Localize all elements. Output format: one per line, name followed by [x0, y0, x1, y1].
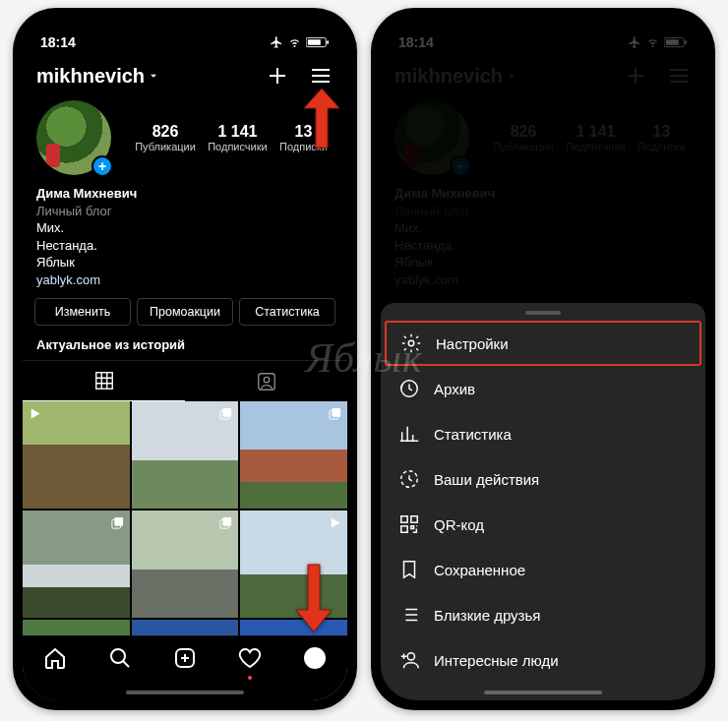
promotions-button[interactable]: Промоакции: [137, 298, 233, 326]
carousel-icon: [218, 406, 233, 421]
home-indicator: [126, 691, 244, 694]
menu-label: Статистика: [434, 426, 512, 443]
phone-right: 18:14 mikhnevich: [371, 8, 715, 710]
post-tile[interactable]: [132, 511, 239, 618]
video-icon: [328, 515, 342, 530]
chart-icon: [398, 423, 420, 445]
svg-rect-10: [114, 517, 123, 526]
sheet-grab-handle[interactable]: [525, 311, 561, 315]
svg-point-16: [304, 647, 326, 669]
status-time: 18:14: [40, 34, 76, 50]
stat-posts[interactable]: 826 Публикации: [135, 123, 196, 152]
nav-profile[interactable]: [303, 646, 327, 674]
menu-item-activity[interactable]: Ваши действия: [381, 456, 705, 502]
video-icon: [28, 406, 42, 421]
highlights-title[interactable]: Актуальное из историй: [23, 335, 347, 360]
insights-button[interactable]: Статистика: [239, 298, 335, 326]
menu-item-settings[interactable]: Настройки: [385, 321, 701, 366]
tagged-icon: [256, 371, 277, 392]
archive-icon: [398, 378, 420, 399]
menu-label: Архив: [434, 381, 475, 397]
profile-tabs: [23, 360, 347, 401]
svg-point-28: [407, 653, 414, 660]
carousel-icon: [328, 406, 342, 421]
gear-icon: [400, 332, 422, 354]
annotation-arrow: [282, 89, 341, 167]
svg-rect-8: [332, 408, 340, 417]
heart-icon: [238, 646, 262, 670]
menu-item-discover[interactable]: Интересные люди: [381, 637, 705, 683]
post-tile[interactable]: [23, 511, 130, 618]
post-tile[interactable]: [240, 401, 347, 509]
battery-icon: [306, 36, 330, 48]
plus-icon: [266, 64, 289, 88]
username-dropdown[interactable]: mikhnevich: [36, 65, 160, 88]
notification-dot: [248, 676, 252, 680]
bottom-nav: [23, 635, 347, 700]
svg-rect-27: [401, 526, 407, 532]
menu-item-qr[interactable]: QR-код: [381, 502, 705, 547]
svg-rect-2: [327, 40, 329, 44]
notch: [106, 18, 264, 41]
bio-line: Яблык: [36, 254, 334, 271]
nav-activity[interactable]: [238, 646, 262, 674]
svg-rect-25: [401, 516, 407, 522]
menu-item-saved[interactable]: Сохраненное: [381, 547, 705, 592]
svg-rect-4: [258, 374, 274, 391]
grid-icon: [93, 370, 115, 391]
svg-rect-6: [223, 408, 232, 417]
carousel-icon: [218, 515, 233, 530]
tab-grid[interactable]: [23, 361, 185, 401]
nav-home[interactable]: [43, 646, 67, 674]
bio-link[interactable]: yablyk.com: [36, 271, 334, 289]
post-tile[interactable]: [23, 401, 130, 509]
svg-point-5: [264, 377, 270, 383]
bio-category: Личный блог: [36, 203, 334, 220]
nav-create[interactable]: [173, 646, 197, 674]
menu-item-insights[interactable]: Статистика: [381, 411, 705, 456]
home-icon: [43, 646, 67, 670]
post-tile[interactable]: [132, 401, 239, 509]
annotation-arrow: [274, 553, 334, 631]
nav-search[interactable]: [108, 646, 132, 674]
phone-left: 18:14 mikhnevich: [13, 8, 357, 710]
svg-rect-3: [95, 373, 112, 390]
bio-line: Нестанда.: [36, 237, 334, 255]
create-button[interactable]: [265, 63, 290, 89]
svg-rect-12: [223, 517, 232, 526]
svg-marker-17: [304, 89, 339, 148]
bio: Дима Михневич Личный блог Мих. Нестанда.…: [23, 177, 347, 298]
airplane-icon: [270, 35, 283, 49]
menu-label: Настройки: [436, 335, 509, 352]
notch: [464, 18, 622, 41]
hamburger-icon: [309, 64, 333, 88]
status-icons: [270, 35, 330, 49]
profile-icon: [303, 646, 327, 670]
chevron-down-icon: [147, 69, 160, 83]
menu-label: Ваши действия: [434, 471, 539, 488]
tab-tagged[interactable]: [185, 361, 347, 401]
carousel-icon: [110, 515, 125, 530]
svg-point-14: [111, 649, 125, 663]
svg-marker-18: [296, 565, 332, 631]
svg-rect-26: [411, 516, 417, 522]
add-story-icon[interactable]: +: [91, 155, 113, 177]
menu-item-close-friends[interactable]: Близкие друзья: [381, 592, 705, 637]
menu-label: Интересные люди: [434, 652, 559, 669]
plus-square-icon: [173, 646, 197, 670]
bio-line: Мих.: [36, 219, 334, 237]
bookmark-icon: [398, 559, 420, 580]
activity-icon: [398, 468, 420, 490]
list-icon: [398, 604, 420, 626]
search-icon: [108, 646, 132, 670]
wifi-icon: [287, 36, 302, 48]
bio-name: Дима Михневич: [36, 185, 334, 203]
qr-icon: [398, 513, 420, 535]
edit-profile-button[interactable]: Изменить: [34, 298, 131, 326]
menu-button[interactable]: [308, 63, 334, 89]
svg-point-22: [408, 340, 414, 346]
menu-item-archive[interactable]: Архив: [381, 366, 705, 411]
stat-followers[interactable]: 1 141 Подписчики: [208, 123, 268, 152]
menu-label: QR-код: [434, 516, 484, 533]
avatar[interactable]: +: [36, 100, 111, 175]
